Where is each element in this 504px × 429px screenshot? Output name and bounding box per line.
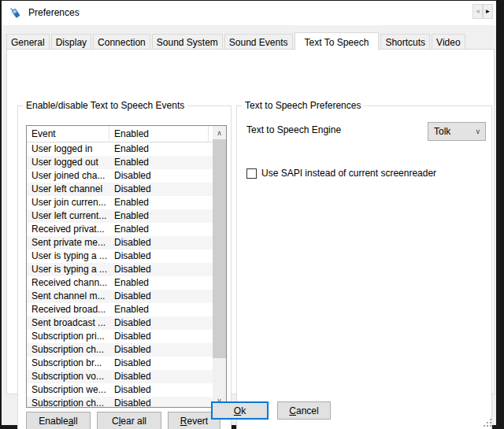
status-cell: Disabled xyxy=(109,250,209,263)
list-item[interactable]: User is typing a ...Disabled xyxy=(27,250,213,263)
event-cell: User is typing a ... xyxy=(27,250,109,263)
tts-engine-select[interactable]: Tolk ∨ xyxy=(428,122,486,141)
event-cell: Sent broadcast ... xyxy=(27,316,109,330)
enable-all-button[interactable]: Enable all xyxy=(26,412,91,429)
tab-video[interactable]: Video xyxy=(432,34,465,50)
status-cell: Disabled xyxy=(109,316,209,330)
list-item[interactable]: Subscription ch...Disabled xyxy=(27,343,213,357)
event-cell: Subscription vo... xyxy=(27,370,109,383)
event-cell: User left channel xyxy=(27,183,109,196)
list-item[interactable]: Subscription vo...Disabled xyxy=(27,370,213,383)
list-item[interactable]: User is typing a ...Disabled xyxy=(27,263,213,276)
tab-text-to-speech[interactable]: Text To Speech xyxy=(295,32,380,50)
scrollbar-thumb[interactable] xyxy=(213,139,226,358)
list-item[interactable]: Sent broadcast ...Disabled xyxy=(27,316,213,330)
tab-page-text-to-speech: Enable/disable Text to Speech Events Eve… xyxy=(6,49,495,394)
list-item[interactable]: Received broad...Enabled xyxy=(27,303,213,316)
column-header-enabled[interactable]: Enabled xyxy=(109,126,209,142)
status-cell: Enabled xyxy=(109,223,209,236)
event-cell: Subscription ch... xyxy=(27,343,109,357)
status-cell: Disabled xyxy=(109,263,209,276)
status-cell: Disabled xyxy=(109,370,209,383)
list-item[interactable]: User logged outEnabled xyxy=(27,156,213,169)
tab-general[interactable]: General xyxy=(6,34,50,50)
event-cell: Sent channel m... xyxy=(27,290,109,303)
list-item[interactable]: User left channelDisabled xyxy=(27,183,213,196)
ok-button[interactable]: Ok xyxy=(211,401,269,420)
list-header: Event Enabled xyxy=(27,126,213,142)
button-label: Enable xyxy=(39,416,68,427)
list-item[interactable]: User logged inEnabled xyxy=(27,142,213,156)
tab-sound-system[interactable]: Sound System xyxy=(152,34,223,50)
tab-scroll-right-button[interactable]: ► xyxy=(483,4,493,19)
event-cell: User is typing a ... xyxy=(27,263,109,276)
tts-engine-value: Tolk xyxy=(434,126,450,137)
status-cell: Enabled xyxy=(109,156,209,169)
title-bar: Preferences ✕ xyxy=(2,1,496,25)
cancel-button[interactable]: Cancel xyxy=(277,401,331,420)
status-cell: Enabled xyxy=(109,142,209,156)
tts-engine-label: Text to Speech Engine xyxy=(246,124,341,135)
event-cell: User left current... xyxy=(27,209,109,223)
tab-connection[interactable]: Connection xyxy=(93,34,150,50)
event-cell: Received broad... xyxy=(27,303,109,316)
tab-sound-events[interactable]: Sound Events xyxy=(224,34,293,50)
list-item[interactable]: Subscription br...Disabled xyxy=(27,357,213,370)
sapi-checkbox-label: Use SAPI instead of current screenreader xyxy=(261,168,436,179)
app-icon xyxy=(9,6,22,20)
tts-preferences-group: Text to Speech Preferences Text to Speec… xyxy=(236,105,492,429)
tab-display[interactable]: Display xyxy=(51,34,91,50)
tts-events-group-title: Enable/disable Text to Speech Events xyxy=(23,100,187,111)
status-cell: Disabled xyxy=(109,357,209,370)
status-cell: Disabled xyxy=(109,330,209,343)
status-cell: Disabled xyxy=(109,290,209,303)
tab-scroll-left-button[interactable]: ◄ xyxy=(472,4,483,19)
sapi-checkbox[interactable] xyxy=(246,168,257,179)
tts-events-list[interactable]: Event Enabled User logged inEnabledUser … xyxy=(26,125,227,408)
status-cell: Enabled xyxy=(109,196,209,209)
status-cell: Enabled xyxy=(109,209,209,223)
list-item[interactable]: Sent private me...Disabled xyxy=(27,236,213,250)
status-cell: Disabled xyxy=(109,169,209,183)
event-cell: User logged out xyxy=(27,156,109,169)
clear-all-button[interactable]: Clear all xyxy=(97,412,161,429)
scrollbar-track[interactable]: ∧ ∨ xyxy=(213,126,226,407)
event-cell: User logged in xyxy=(27,142,109,156)
event-cell: User joined cha... xyxy=(27,169,109,183)
status-cell: Disabled xyxy=(109,236,209,250)
status-cell: Disabled xyxy=(109,397,209,407)
tts-preferences-group-title: Text to Speech Preferences xyxy=(242,100,364,111)
list-item[interactable]: Sent channel m...Disabled xyxy=(27,290,213,303)
chevron-down-icon: ∨ xyxy=(475,128,480,135)
status-cell: Disabled xyxy=(109,383,209,397)
event-cell: Subscription pri... xyxy=(27,330,109,343)
scroll-up-button[interactable]: ∧ xyxy=(213,126,226,139)
list-item[interactable]: User left current...Enabled xyxy=(27,209,213,223)
tab-shortcuts[interactable]: Shortcuts xyxy=(380,34,430,50)
list-item[interactable]: User join curren...Enabled xyxy=(27,196,213,209)
event-cell: User join curren... xyxy=(27,196,109,209)
list-item[interactable]: Subscription we...Disabled xyxy=(27,383,213,397)
resize-grip[interactable] xyxy=(490,419,491,420)
list-item[interactable]: Subscription pri...Disabled xyxy=(27,330,213,343)
list-item[interactable]: User joined cha...Disabled xyxy=(27,169,213,183)
event-cell: Received chann... xyxy=(27,276,109,290)
event-cell: Subscription we... xyxy=(27,383,109,397)
column-header-event[interactable]: Event xyxy=(27,126,109,142)
list-item[interactable]: Received chann...Enabled xyxy=(27,276,213,290)
status-cell: Enabled xyxy=(109,276,209,290)
status-cell: Disabled xyxy=(109,343,209,357)
preferences-dialog: Preferences ✕ GeneralDisplayConnectionSo… xyxy=(2,1,496,425)
list-rows: User logged inEnabledUser logged outEnab… xyxy=(27,142,213,407)
event-cell: Received privat... xyxy=(27,223,109,236)
window-title: Preferences xyxy=(28,7,80,18)
event-cell: Subscription ch... xyxy=(27,397,109,407)
status-cell: Enabled xyxy=(109,303,209,316)
tab-bar: GeneralDisplayConnectionSound SystemSoun… xyxy=(6,31,496,50)
tts-events-group: Enable/disable Text to Speech Events Eve… xyxy=(17,105,232,429)
event-cell: Sent private me... xyxy=(27,236,109,250)
list-item[interactable]: Received privat...Enabled xyxy=(27,223,213,236)
sapi-check-row: Use SAPI instead of current screenreader xyxy=(246,168,436,179)
list-item[interactable]: Subscription ch...Disabled xyxy=(27,397,213,407)
status-cell: Disabled xyxy=(109,183,209,196)
